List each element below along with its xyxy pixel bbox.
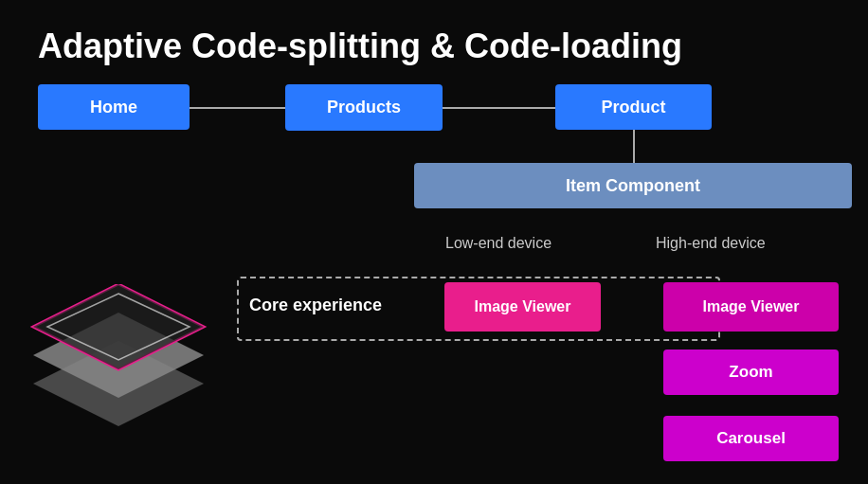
route-home-node: Home (38, 84, 190, 130)
image-viewer-low-box: Image Viewer (444, 282, 601, 332)
item-component-node: Item Component (414, 163, 852, 208)
route-product-label: Product (601, 98, 665, 117)
image-viewer-low-label: Image Viewer (475, 298, 571, 315)
page-title: Adaptive Code-splitting & Code-loading (38, 27, 682, 66)
connector-product-item (633, 130, 635, 163)
connector-products-product (443, 107, 555, 109)
zoom-label: Zoom (729, 363, 772, 382)
route-home-label: Home (90, 98, 137, 117)
connector-home-products (190, 107, 285, 109)
route-products-label: Products (327, 98, 401, 117)
lowend-device-label: Low-end device (445, 235, 552, 252)
core-experience-label: Core experience (249, 296, 382, 315)
route-product-node: Product (555, 84, 712, 130)
zoom-box: Zoom (663, 350, 839, 395)
item-component-label: Item Component (566, 176, 700, 196)
image-viewer-high-label: Image Viewer (703, 298, 800, 315)
carousel-label: Carousel (716, 429, 786, 448)
highend-device-label: High-end device (656, 235, 766, 252)
layers-icon (19, 284, 218, 455)
image-viewer-high-box: Image Viewer (663, 282, 839, 332)
carousel-box: Carousel (663, 416, 839, 461)
route-products-node: Products (285, 84, 443, 131)
